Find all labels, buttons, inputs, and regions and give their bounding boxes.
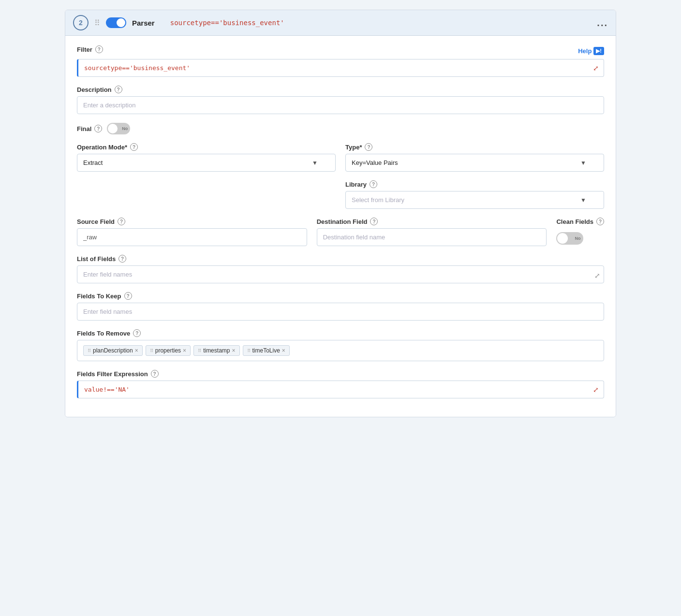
destination-field-label: Destination Field ? [317,218,547,225]
final-help-icon[interactable]: ? [94,125,102,132]
tag-label: planDescription [93,347,133,354]
final-row: Final ? No [77,123,604,134]
help-link-play-icon: ▶! [593,47,604,55]
operation-mode-select[interactable]: Extract ▼ [77,154,336,172]
source-field-col: Source Field ? [77,218,307,246]
operation-mode-col: Operation Mode* ? Extract ▼ [77,143,336,172]
source-field-help-icon[interactable]: ? [118,218,125,225]
fields-to-remove-label: Fields To Remove ? [77,329,604,337]
panel-title: Parser [132,19,155,27]
description-label: Description ? [77,86,604,93]
list-of-fields-label: List of Fields ? [77,255,604,263]
fields-filter-expression-help-icon[interactable]: ? [151,370,159,378]
fields-to-keep-help-icon[interactable]: ? [124,292,132,300]
type-chevron-icon: ▼ [580,160,586,166]
filter-input-box[interactable]: sourcetype=='business_event' ⤢ [77,59,604,77]
list-of-fields-input-wrapper: ⤢ [77,265,604,283]
fields-row: Source Field ? Destination Field ? Clean… [77,218,604,246]
operation-mode-help-icon[interactable]: ? [130,143,138,151]
tag-timestamp: ⠿ timestamp × [193,345,239,356]
step-badge: 2 [73,15,89,30]
parser-panel: 2 ⠿ Parser sourcetype=='business_event' … [65,10,616,417]
type-label: Type* ? [345,143,604,151]
clean-fields-toggle[interactable]: No [556,232,583,245]
drag-handle-icon[interactable]: ⠿ [94,18,100,28]
tag-dots-icon: ⠿ [247,348,251,353]
fields-to-remove-help-icon[interactable]: ? [133,329,141,337]
type-col: Type* ? Key=Value Pairs ▼ [345,143,604,172]
tag-dots-icon: ⠿ [198,348,201,353]
library-col-empty [77,180,336,209]
tag-close-icon[interactable]: × [282,348,285,353]
operation-type-row: Operation Mode* ? Extract ▼ Type* ? Key=… [77,143,604,172]
filter-value-highlight: 'business_event' [130,64,190,72]
tag-close-icon[interactable]: × [135,348,138,353]
destination-field-col: Destination Field ? [317,218,547,246]
tag-close-icon[interactable]: × [183,348,186,353]
tag-label: timeToLive [252,347,280,354]
operation-mode-chevron-icon: ▼ [312,160,318,166]
fields-to-keep-section: Fields To Keep ? [77,292,604,321]
final-toggle-label: No [122,126,128,131]
library-help-icon[interactable]: ? [370,180,377,188]
tag-dots-icon: ⠿ [150,348,153,353]
tag-label: properties [155,347,181,354]
destination-field-input[interactable] [317,228,547,246]
destination-field-help-icon[interactable]: ? [370,218,378,225]
operation-mode-label: Operation Mode* ? [77,143,336,151]
tag-label: timestamp [203,347,230,354]
clean-fields-label: Clean Fields ? [556,218,604,225]
top-bar: 2 ⠿ Parser sourcetype=='business_event' … [65,10,616,36]
filter-value-static: sourcetype== [84,64,130,72]
filter-help-icon[interactable]: ? [95,45,103,53]
description-help-icon[interactable]: ? [115,86,122,93]
top-bar-filter-display: sourcetype=='business_event' [170,19,592,27]
list-of-fields-input[interactable] [77,265,604,283]
fields-filter-expression-section: Fields Filter Expression ? value!=='NA' … [77,370,604,398]
source-field-input[interactable] [77,228,307,246]
library-select[interactable]: Select from Library ▼ [345,191,604,209]
fields-filter-expression-input-box[interactable]: value!=='NA' ⤢ [77,381,604,398]
tag-properties: ⠿ properties × [146,345,191,356]
fields-filter-expression-label: Fields Filter Expression ? [77,370,604,378]
filter-text-value: 'business_event' [219,19,284,27]
filter-label: Filter ? [77,45,103,53]
more-menu-button[interactable]: ... [597,17,608,29]
final-toggle[interactable]: No [107,123,130,134]
fields-to-keep-input[interactable] [77,303,604,321]
list-of-fields-help-icon[interactable]: ? [118,255,126,263]
type-help-icon[interactable]: ? [365,143,372,151]
fields-to-keep-label: Fields To Keep ? [77,292,604,300]
enable-toggle[interactable] [106,17,126,28]
fields-to-remove-section: Fields To Remove ? ⠿ planDescription × ⠿… [77,329,604,361]
list-of-fields-section: List of Fields ? ⤢ [77,255,604,283]
list-of-fields-expand-icon[interactable]: ⤢ [594,272,600,279]
filter-section: Filter ? Help ▶! sourcetype=='business_e… [77,45,604,77]
final-label: Final ? [77,125,102,132]
code-value-highlight: 'NA' [115,386,130,393]
description-section: Description ? [77,86,604,114]
library-col: Library ? Select from Library ▼ [345,180,604,209]
source-field-label: Source Field ? [77,218,307,225]
library-chevron-icon: ▼ [580,197,586,204]
tag-planDescription: ⠿ planDescription × [83,345,143,356]
description-input[interactable] [77,96,604,114]
tag-dots-icon: ⠿ [88,348,91,353]
filter-expand-icon[interactable]: ⤢ [593,64,599,72]
library-label: Library ? [345,180,604,188]
type-select[interactable]: Key=Value Pairs ▼ [345,154,604,172]
tag-close-icon[interactable]: × [232,348,235,353]
fields-to-remove-tags[interactable]: ⠿ planDescription × ⠿ properties × ⠿ tim… [77,340,604,361]
filter-input-wrapper: sourcetype=='business_event' ⤢ [77,59,604,77]
tag-timeToLive: ⠿ timeToLive × [243,345,290,356]
clean-fields-col: Clean Fields ? No [556,218,604,245]
clean-fields-help-icon[interactable]: ? [596,218,604,225]
filter-text-static: sourcetype== [170,19,219,27]
filter-header-row: Filter ? Help ▶! [77,45,604,56]
library-row: Library ? Select from Library ▼ [77,180,604,209]
fields-filter-expression-input-wrapper: value!=='NA' ⤢ [77,381,604,398]
fields-filter-expression-expand-icon[interactable]: ⤢ [593,386,599,394]
panel-content: Filter ? Help ▶! sourcetype=='business_e… [65,36,616,417]
help-link[interactable]: Help ▶! [578,47,604,55]
clean-fields-toggle-label: No [575,236,580,241]
